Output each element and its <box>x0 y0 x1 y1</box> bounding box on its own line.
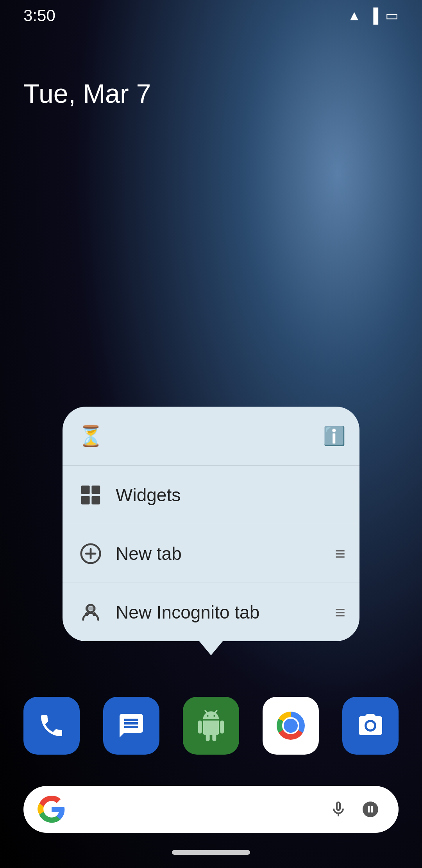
drag-handle-incognito[interactable]: ≡ <box>335 602 345 623</box>
new-tab-menu-item[interactable]: New tab ≡ <box>63 524 359 583</box>
voice-search-icon[interactable] <box>324 795 352 823</box>
new-incognito-menu-item[interactable]: New Incognito tab ≡ <box>63 583 359 641</box>
status-time: 3:50 <box>23 6 55 25</box>
svg-rect-10 <box>85 606 97 610</box>
status-bar: 3:50 ▲ ▐ ▭ <box>0 0 422 31</box>
new-tab-icon <box>77 540 105 568</box>
new-incognito-label: New Incognito tab <box>116 602 335 623</box>
date-label: Tue, Mar 7 <box>23 78 151 109</box>
info-icon[interactable]: ℹ️ <box>323 425 345 447</box>
phone-app-icon[interactable] <box>23 697 80 755</box>
speech-tail <box>199 641 223 655</box>
search-bar[interactable] <box>23 786 399 833</box>
signal-icon: ▐ <box>368 7 378 24</box>
nav-bar <box>0 837 422 868</box>
widgets-menu-item[interactable]: Widgets <box>63 465 359 524</box>
home-indicator[interactable] <box>172 850 250 855</box>
status-icons: ▲ ▐ ▭ <box>347 7 399 24</box>
svg-rect-3 <box>91 496 100 504</box>
hourglass-menu-item[interactable]: ⏳ ℹ️ <box>63 407 359 465</box>
context-menu: ⏳ ℹ️ Widgets New tab ≡ <box>63 407 359 641</box>
camera-app-icon[interactable] <box>342 697 399 755</box>
svg-point-8 <box>85 612 89 616</box>
svg-rect-1 <box>91 485 100 494</box>
messages-app-icon[interactable] <box>103 697 159 755</box>
google-logo <box>38 795 66 823</box>
widgets-icon <box>77 481 105 509</box>
battery-icon: ▭ <box>385 7 399 24</box>
lens-search-icon[interactable] <box>356 795 384 823</box>
svg-rect-0 <box>81 485 90 494</box>
widgets-label: Widgets <box>116 484 345 506</box>
hourglass-icon: ⏳ <box>77 422 105 450</box>
svg-point-9 <box>93 612 97 616</box>
chrome-ring <box>277 712 305 740</box>
svg-rect-2 <box>81 496 90 504</box>
android-app-icon[interactable] <box>183 697 239 755</box>
drag-handle-new-tab[interactable]: ≡ <box>335 543 345 564</box>
wifi-icon: ▲ <box>347 7 361 24</box>
chrome-app-icon[interactable] <box>263 697 319 755</box>
dock <box>0 697 422 755</box>
incognito-icon <box>77 598 105 626</box>
new-tab-label: New tab <box>116 543 335 564</box>
